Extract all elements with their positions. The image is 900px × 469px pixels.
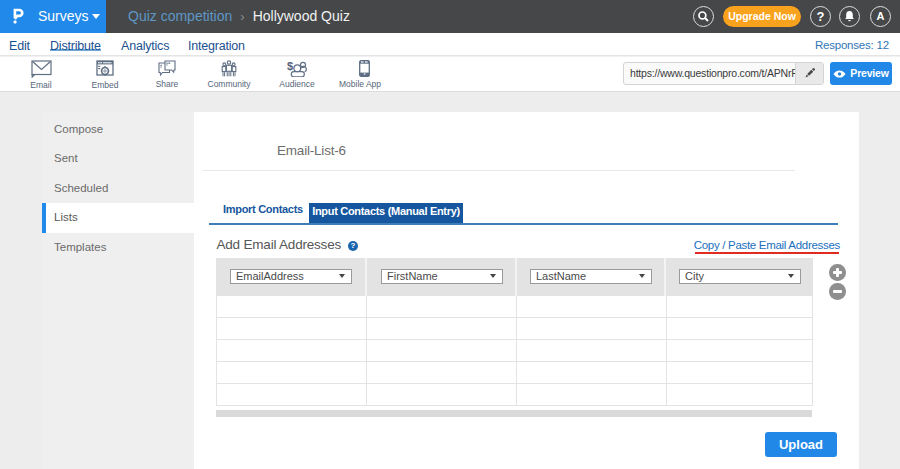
svg-text:$: $ [287, 60, 293, 72]
